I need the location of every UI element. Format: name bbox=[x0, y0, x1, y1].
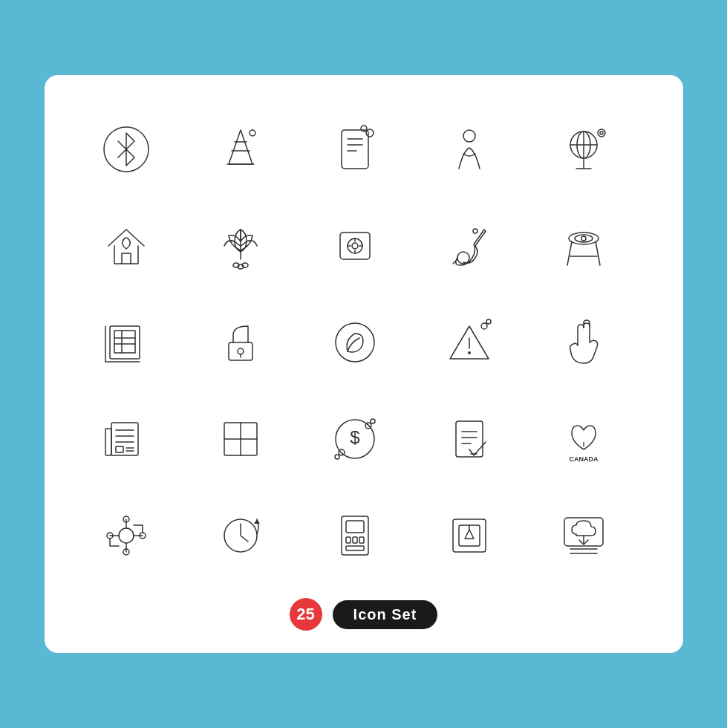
svg-line-38 bbox=[596, 241, 600, 265]
svg-point-48 bbox=[238, 348, 244, 354]
svg-point-80 bbox=[119, 528, 134, 543]
svg-point-54 bbox=[481, 323, 487, 329]
icon-blueprint bbox=[82, 298, 171, 387]
icon-clock-refresh bbox=[196, 491, 285, 580]
svg-point-20 bbox=[600, 131, 603, 134]
icon-fan-heater bbox=[310, 201, 400, 290]
icon-bluetooth bbox=[82, 105, 171, 194]
icon-woman bbox=[425, 105, 514, 194]
svg-point-19 bbox=[598, 129, 605, 137]
icon-globe-target bbox=[539, 105, 628, 194]
icon-checklist bbox=[425, 394, 514, 484]
icon-drum-stool bbox=[539, 201, 628, 290]
svg-text:$: $ bbox=[350, 427, 359, 447]
svg-rect-6 bbox=[342, 130, 368, 169]
icon-set-card: $ I CANADA bbox=[45, 75, 683, 653]
svg-rect-91 bbox=[346, 521, 364, 533]
svg-point-72 bbox=[335, 455, 339, 459]
icon-grid: $ I CANADA bbox=[82, 105, 646, 580]
svg-point-11 bbox=[361, 126, 367, 131]
icon-mobile-book bbox=[310, 105, 400, 194]
icon-dollar-circle: $ bbox=[310, 394, 400, 484]
icon-leaf-circle bbox=[310, 298, 400, 387]
svg-rect-41 bbox=[114, 331, 135, 353]
svg-point-53 bbox=[468, 351, 471, 354]
svg-point-10 bbox=[366, 129, 374, 137]
svg-point-36 bbox=[581, 236, 586, 241]
icon-warning bbox=[425, 298, 514, 387]
icon-padlock bbox=[196, 298, 285, 387]
count-badge: 25 bbox=[290, 598, 322, 631]
icon-love-home bbox=[82, 201, 171, 290]
svg-rect-92 bbox=[346, 537, 351, 543]
icon-circuit bbox=[82, 491, 171, 580]
icon-cloud-download bbox=[539, 491, 628, 580]
svg-rect-93 bbox=[353, 537, 357, 543]
icon-guitar bbox=[425, 201, 514, 290]
svg-rect-96 bbox=[453, 519, 486, 552]
svg-point-55 bbox=[486, 319, 491, 324]
svg-text:CANADA: CANADA bbox=[569, 455, 598, 463]
icon-traffic-cone bbox=[196, 105, 285, 194]
svg-point-12 bbox=[463, 130, 475, 142]
icon-atm bbox=[310, 491, 400, 580]
icon-lotus bbox=[196, 201, 285, 290]
svg-point-26 bbox=[352, 243, 358, 249]
svg-marker-98 bbox=[465, 530, 474, 539]
svg-rect-73 bbox=[456, 421, 483, 457]
icon-grid-square bbox=[196, 394, 285, 484]
svg-rect-61 bbox=[116, 446, 123, 452]
badge-row: 25 Icon Set bbox=[290, 598, 438, 631]
svg-rect-24 bbox=[340, 233, 370, 259]
svg-rect-95 bbox=[346, 546, 364, 550]
svg-line-37 bbox=[567, 241, 572, 265]
icon-canada-heart: I CANADA bbox=[539, 394, 628, 484]
svg-rect-57 bbox=[105, 429, 111, 455]
svg-rect-94 bbox=[359, 537, 364, 543]
svg-line-33 bbox=[453, 259, 457, 264]
icon-touch-hand bbox=[539, 298, 628, 387]
svg-text:I: I bbox=[582, 441, 584, 448]
svg-point-32 bbox=[473, 229, 477, 233]
svg-point-50 bbox=[336, 323, 374, 362]
svg-point-5 bbox=[250, 130, 255, 136]
svg-point-70 bbox=[371, 419, 375, 423]
icon-newspaper bbox=[82, 394, 171, 484]
icon-box-frame bbox=[425, 491, 514, 580]
set-label: Icon Set bbox=[333, 600, 438, 629]
svg-marker-1 bbox=[229, 130, 252, 164]
